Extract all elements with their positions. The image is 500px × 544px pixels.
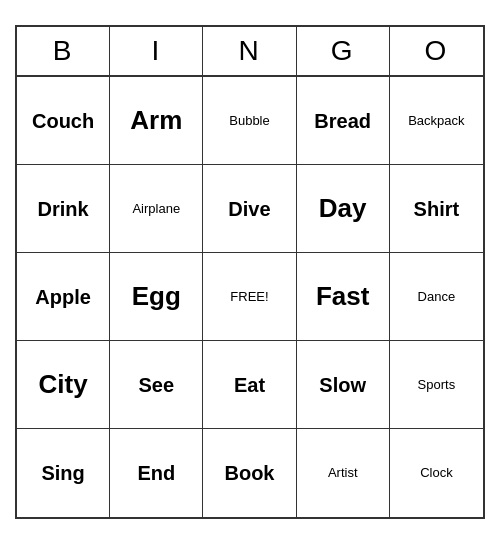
cell-text: Arm (130, 105, 182, 136)
cell-text: Book (224, 461, 274, 485)
cell-text: Airplane (132, 201, 180, 217)
header-letter: I (110, 27, 203, 75)
cell-text: Artist (328, 465, 358, 481)
bingo-cell: Slow (297, 341, 390, 429)
cell-text: Sing (41, 461, 84, 485)
header-letter: G (297, 27, 390, 75)
bingo-cell: Dance (390, 253, 483, 341)
cell-text: City (39, 369, 88, 400)
bingo-cell: Airplane (110, 165, 203, 253)
header-letter: O (390, 27, 483, 75)
cell-text: Dance (418, 289, 456, 305)
cell-text: Bubble (229, 113, 269, 129)
bingo-cell: Sports (390, 341, 483, 429)
cell-text: Clock (420, 465, 453, 481)
bingo-cell: FREE! (203, 253, 296, 341)
header-letter: B (17, 27, 110, 75)
cell-text: Shirt (414, 197, 460, 221)
bingo-cell: End (110, 429, 203, 517)
cell-text: Couch (32, 109, 94, 133)
bingo-cell: Sing (17, 429, 110, 517)
cell-text: See (138, 373, 174, 397)
cell-text: Dive (228, 197, 270, 221)
bingo-cell: Clock (390, 429, 483, 517)
bingo-cell: Day (297, 165, 390, 253)
header-letter: N (203, 27, 296, 75)
cell-text: Egg (132, 281, 181, 312)
bingo-grid: CouchArmBubbleBreadBackpackDrinkAirplane… (17, 77, 483, 517)
cell-text: Fast (316, 281, 369, 312)
cell-text: Slow (319, 373, 366, 397)
cell-text: End (137, 461, 175, 485)
bingo-cell: Fast (297, 253, 390, 341)
bingo-cell: Arm (110, 77, 203, 165)
bingo-cell: Apple (17, 253, 110, 341)
cell-text: Drink (38, 197, 89, 221)
bingo-cell: Couch (17, 77, 110, 165)
cell-text: Eat (234, 373, 265, 397)
cell-text: Sports (418, 377, 456, 393)
bingo-cell: Book (203, 429, 296, 517)
bingo-cell: Drink (17, 165, 110, 253)
bingo-cell: Eat (203, 341, 296, 429)
bingo-cell: Bubble (203, 77, 296, 165)
bingo-cell: Backpack (390, 77, 483, 165)
bingo-cell: Artist (297, 429, 390, 517)
cell-text: Day (319, 193, 367, 224)
bingo-card: BINGO CouchArmBubbleBreadBackpackDrinkAi… (15, 25, 485, 519)
bingo-cell: Egg (110, 253, 203, 341)
bingo-cell: See (110, 341, 203, 429)
cell-text: FREE! (230, 289, 268, 305)
bingo-header: BINGO (17, 27, 483, 77)
cell-text: Apple (35, 285, 91, 309)
cell-text: Backpack (408, 113, 464, 129)
bingo-cell: City (17, 341, 110, 429)
bingo-cell: Dive (203, 165, 296, 253)
cell-text: Bread (314, 109, 371, 133)
bingo-cell: Bread (297, 77, 390, 165)
bingo-cell: Shirt (390, 165, 483, 253)
